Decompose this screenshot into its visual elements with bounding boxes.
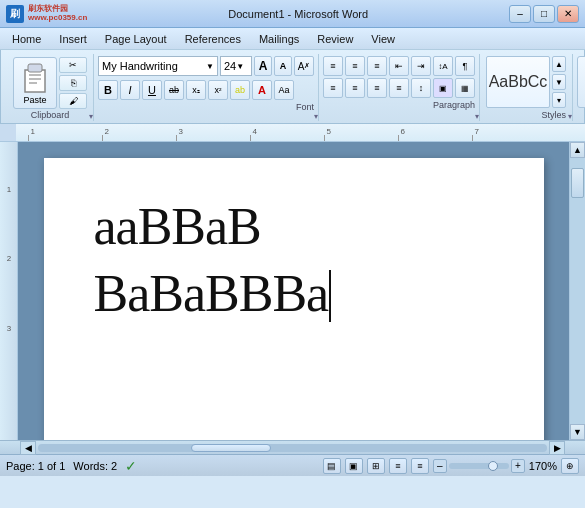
- scroll-down-button[interactable]: ▼: [570, 424, 585, 440]
- horizontal-scrollbar: ◀ ▶: [0, 440, 585, 454]
- font-color-button[interactable]: A: [252, 80, 272, 100]
- scroll-up-button[interactable]: ▲: [570, 142, 585, 158]
- svg-text:2: 2: [105, 127, 110, 136]
- doc-text-line2-span: BaBaBBBa: [94, 265, 329, 322]
- font-size-value: 24: [224, 60, 236, 72]
- menu-home[interactable]: Home: [4, 31, 49, 47]
- window-title: Document1 - Microsoft Word: [87, 8, 509, 20]
- shading-button[interactable]: ▣: [433, 78, 453, 98]
- zoom-level: 170%: [529, 460, 557, 472]
- underline-button[interactable]: U: [142, 80, 162, 100]
- paragraph-group: ≡ ≡ ≡ ⇤ ⇥ ↕A ¶ ≡ ≡ ≡ ≡ ↕ ▣ ▦ P: [319, 54, 480, 121]
- document-area: 1 2 3 aaBBaB BaBaBBBa ▲ ▼: [0, 142, 585, 440]
- fit-page-button[interactable]: ⊕: [561, 458, 579, 474]
- line-spacing-button[interactable]: ↕: [411, 78, 431, 98]
- clear-format-button[interactable]: A✗: [294, 56, 314, 76]
- paste-icon: [21, 60, 49, 94]
- menu-insert[interactable]: Insert: [51, 31, 95, 47]
- doc-text-line1-span: aaBBaB: [94, 198, 261, 255]
- format-painter-button[interactable]: 🖌: [59, 93, 87, 109]
- styles-more[interactable]: ▾: [552, 92, 566, 108]
- change-case-button[interactable]: Aa: [274, 80, 294, 100]
- view-full-button[interactable]: ▣: [345, 458, 363, 474]
- align-center-button[interactable]: ≡: [345, 78, 365, 98]
- svg-text:7: 7: [475, 127, 480, 136]
- menu-bar: Home Insert Page Layout References Maili…: [0, 28, 585, 50]
- menu-references[interactable]: References: [177, 31, 249, 47]
- status-left: Page: 1 of 1 Words: 2 ✓: [6, 458, 137, 474]
- minimize-button[interactable]: –: [509, 5, 531, 23]
- font-size-arrow: ▼: [236, 62, 244, 71]
- superscript-button[interactable]: x²: [208, 80, 228, 100]
- view-normal-button[interactable]: ▤: [323, 458, 341, 474]
- subscript-button[interactable]: x₂: [186, 80, 206, 100]
- editing-button[interactable]: ✏ Editing ▼: [577, 56, 585, 108]
- menu-review[interactable]: Review: [309, 31, 361, 47]
- grow-font-button[interactable]: A: [254, 56, 272, 76]
- view-web-button[interactable]: ⊞: [367, 458, 385, 474]
- document-page: aaBBaB BaBaBBBa: [44, 158, 544, 440]
- spelling-check-icon[interactable]: ✓: [125, 458, 137, 474]
- font-label: Font: [296, 102, 314, 113]
- strikethrough-button[interactable]: ab: [164, 80, 184, 100]
- zoom-minus-button[interactable]: –: [433, 459, 447, 473]
- align-left-button[interactable]: ≡: [323, 78, 343, 98]
- justify-button[interactable]: ≡: [389, 78, 409, 98]
- align-right-button[interactable]: ≡: [367, 78, 387, 98]
- scroll-track[interactable]: [570, 158, 585, 424]
- decrease-indent-button[interactable]: ⇤: [389, 56, 409, 76]
- font-size-select[interactable]: 24 ▼: [220, 56, 252, 76]
- bullets-button[interactable]: ≡: [323, 56, 343, 76]
- zoom-track[interactable]: [449, 463, 509, 469]
- menu-mailings[interactable]: Mailings: [251, 31, 307, 47]
- clipboard-expand[interactable]: ▾: [89, 112, 93, 121]
- styles-preview-text: AaBbCc: [489, 73, 548, 91]
- svg-rect-3: [29, 78, 41, 80]
- doc-line-2: BaBaBBBa: [94, 265, 494, 322]
- para-row1: ≡ ≡ ≡ ⇤ ⇥ ↕A ¶: [323, 56, 475, 76]
- hscroll-thumb[interactable]: [191, 444, 271, 452]
- sort-button[interactable]: ↕A: [433, 56, 453, 76]
- paste-button[interactable]: Paste: [13, 57, 57, 109]
- increase-indent-button[interactable]: ⇥: [411, 56, 431, 76]
- borders-button[interactable]: ▦: [455, 78, 475, 98]
- bold-button[interactable]: B: [98, 80, 118, 100]
- shrink-font-button[interactable]: A: [274, 56, 292, 76]
- cut-button[interactable]: ✂: [59, 57, 87, 73]
- font-name-select[interactable]: My Handwriting ▼: [98, 56, 218, 76]
- italic-button[interactable]: I: [120, 80, 140, 100]
- maximize-button[interactable]: □: [533, 5, 555, 23]
- hscroll-left-button[interactable]: ◀: [20, 441, 36, 455]
- scroll-thumb[interactable]: [571, 168, 584, 198]
- svg-text:3: 3: [7, 324, 12, 333]
- view-outline-button[interactable]: ≡: [389, 458, 407, 474]
- doc-line-1: aaBBaB: [94, 198, 494, 255]
- zoom-thumb[interactable]: [488, 461, 498, 471]
- hscroll-right-button[interactable]: ▶: [549, 441, 565, 455]
- styles-gallery[interactable]: AaBbCc: [486, 56, 550, 108]
- zoom-plus-button[interactable]: +: [511, 459, 525, 473]
- show-marks-button[interactable]: ¶: [455, 56, 475, 76]
- doc-scroll-area[interactable]: aaBBaB BaBaBBBa: [18, 142, 569, 440]
- numbering-button[interactable]: ≡: [345, 56, 365, 76]
- copy-button[interactable]: ⎘: [59, 75, 87, 91]
- svg-text:1: 1: [31, 127, 36, 136]
- styles-scroll-up[interactable]: ▲: [552, 56, 566, 72]
- menu-page-layout[interactable]: Page Layout: [97, 31, 175, 47]
- menu-view[interactable]: View: [363, 31, 403, 47]
- svg-text:3: 3: [179, 127, 184, 136]
- vertical-scrollbar: ▲ ▼: [569, 142, 585, 440]
- multilevel-list-button[interactable]: ≡: [367, 56, 387, 76]
- horizontal-ruler: 1 2 3 4 5 6 7: [0, 124, 585, 142]
- styles-expand[interactable]: ▾: [568, 112, 572, 121]
- styles-scroll-down[interactable]: ▼: [552, 74, 566, 90]
- highlight-button[interactable]: ab: [230, 80, 250, 100]
- paragraph-label: Paragraph: [433, 100, 475, 111]
- font-row2: B I U ab x₂ x² ab A Aa: [98, 80, 314, 100]
- font-expand[interactable]: ▾: [314, 112, 318, 121]
- hscroll-track[interactable]: [38, 444, 547, 452]
- clipboard-group: Paste ✂ ⎘ 🖌 Clipboard ▾: [7, 54, 94, 121]
- close-button[interactable]: ✕: [557, 5, 579, 23]
- view-draft-button[interactable]: ≡: [411, 458, 429, 474]
- para-expand[interactable]: ▾: [475, 112, 479, 121]
